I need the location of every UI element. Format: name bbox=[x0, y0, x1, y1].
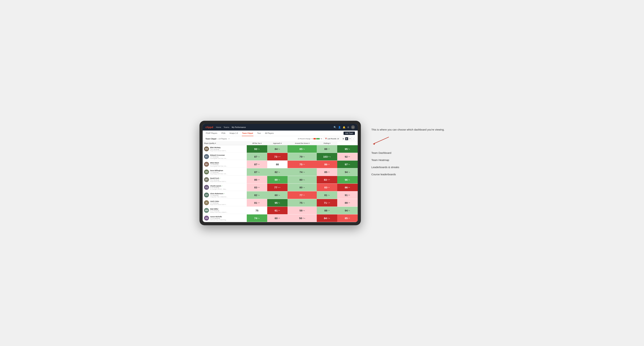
score-value: 71 bbox=[324, 201, 327, 204]
menu-item-team-heatmap[interactable]: Team Heatmap bbox=[371, 156, 444, 164]
score-value: 103 bbox=[323, 155, 328, 158]
tablet-screen: clippd Home Teams My Performance 🔍 👤 🔔 ⚙… bbox=[203, 124, 358, 222]
filter-button[interactable]: ↓ bbox=[352, 137, 355, 140]
col-header-approach[interactable]: Approach ▾ bbox=[267, 142, 288, 145]
grid-view-button[interactable]: ⊞ bbox=[342, 137, 345, 140]
score-value: 85 bbox=[324, 171, 327, 173]
table-row[interactable]: DF David Ford✓ Plus Handicap Royal North… bbox=[203, 176, 358, 184]
score-delta: 3▼ bbox=[303, 164, 305, 165]
annotation-intro: This is where you can choose which dashb… bbox=[371, 128, 444, 132]
sub-nav-all-players[interactable]: All Players bbox=[264, 131, 274, 136]
menu-item-leaderboards[interactable]: Leaderboards & streaks bbox=[371, 164, 444, 171]
sub-nav-team-clippd[interactable]: Team Clippd bbox=[242, 131, 254, 136]
score-cell-inner: 80 1▲ bbox=[288, 184, 317, 191]
player-info: Elliot Ebert 1-5 Handicap Sunningdale Go… bbox=[210, 162, 228, 167]
col-header-putting[interactable]: Putting ▾ bbox=[317, 142, 337, 145]
score-delta: 5▲ bbox=[348, 164, 350, 165]
score-delta: 3▲ bbox=[348, 210, 350, 211]
player-info: Blair McHarg Plus Handicap Royal North D… bbox=[210, 147, 228, 152]
score-cell-inner: 74 1▲ bbox=[288, 168, 317, 176]
player-info: Edward Crossman 1-5 Handicap Sunningdale… bbox=[210, 154, 228, 159]
score-cell-inner: 84 21▲ bbox=[317, 214, 337, 222]
player-avatar: MM bbox=[204, 208, 209, 213]
player-name: Chris Robertson✓ bbox=[210, 192, 228, 194]
score-value: 88 bbox=[324, 148, 327, 151]
table-row[interactable]: DB Dave Billingham 1-5 Handicap Gog Mago… bbox=[203, 168, 358, 176]
avatar[interactable]: U bbox=[351, 125, 355, 129]
bell-icon[interactable]: 🔔 bbox=[343, 126, 346, 129]
score-delta: 3▼ bbox=[348, 156, 350, 158]
table-row[interactable]: MM Matt Miller 6-10 Handicap Woburn Golf… bbox=[203, 207, 358, 214]
score-delta: 3▼ bbox=[258, 202, 260, 204]
col-header-off-the-tee[interactable]: Off the Tee ▾ bbox=[247, 142, 267, 145]
team-count: | 14 Players bbox=[218, 138, 227, 140]
sub-nav-tour[interactable]: Tour bbox=[257, 131, 261, 136]
score-value: 83 bbox=[254, 186, 257, 189]
nav-my-performance[interactable]: My Performance bbox=[232, 126, 246, 129]
score-value: 88 bbox=[324, 209, 327, 212]
score-value: 87 bbox=[254, 171, 257, 173]
score-delta: 4▼ bbox=[348, 217, 350, 219]
calendar-icon: 📅 bbox=[325, 138, 327, 140]
player-handicap: 1-5 Handicap bbox=[210, 164, 228, 165]
score-value: 81 bbox=[254, 201, 257, 204]
score-cell-inner: 85 3▼ bbox=[247, 176, 267, 183]
menu-item-team-dashboard[interactable]: Team Dashboard bbox=[371, 149, 444, 156]
nav-home[interactable]: Home bbox=[216, 126, 221, 129]
search-icon[interactable]: 🔍 bbox=[334, 126, 336, 129]
score-delta: 3▼ bbox=[258, 187, 260, 188]
score-value: 75 bbox=[300, 201, 302, 204]
add-team-button[interactable]: Add Team bbox=[344, 132, 355, 135]
score-cell-inner: 87 4▲ bbox=[247, 168, 267, 176]
score-cell-inner: 75 2▲ bbox=[288, 199, 317, 206]
score-value: 85 bbox=[345, 217, 348, 220]
score-delta: 3▼ bbox=[303, 194, 305, 196]
score-cell-inner: 89 7▲ bbox=[267, 176, 288, 183]
score-value: 75 bbox=[256, 209, 258, 212]
score-delta: 1▲ bbox=[348, 171, 350, 173]
sub-nav-pgat[interactable]: PGAT Players bbox=[206, 131, 218, 136]
col-header-around-green[interactable]: Around the Green ▾ bbox=[288, 142, 317, 145]
score-value: 95 bbox=[345, 148, 348, 151]
score-cell-inner: 85 3▼ bbox=[317, 168, 337, 176]
last-rounds-button[interactable]: 📅 Last Rounds: 20 bbox=[324, 137, 340, 140]
score-cell-inner: 95 9▲ bbox=[337, 145, 358, 153]
score-value: 58 bbox=[299, 217, 302, 220]
table-row[interactable]: EE Elliot Ebert 1-5 Handicap Sunningdale… bbox=[203, 161, 358, 168]
edit-icon[interactable]: ✏ bbox=[228, 138, 230, 140]
menu-item-course-leaderboards[interactable]: Course leaderboards bbox=[371, 171, 444, 178]
tablet-frame: clippd Home Teams My Performance 🔍 👤 🔔 ⚙… bbox=[200, 121, 361, 225]
score-delta: 4▲ bbox=[328, 194, 330, 196]
player-cell: CQ Charlie Quick✓ 6-10 Handicap St. Geor… bbox=[203, 184, 247, 191]
score-cell-inner: 96 3▲ bbox=[337, 176, 358, 183]
table-row[interactable]: EC Edward Crossman 1-5 Handicap Sunningd… bbox=[203, 153, 358, 161]
score-delta: 8▲ bbox=[278, 202, 280, 204]
score-delta: 1▼ bbox=[278, 217, 280, 219]
score-cell-inner: 73 11▼ bbox=[267, 153, 288, 161]
player-avatar: DB bbox=[204, 170, 209, 174]
score-cell-inner: 85 8▲ bbox=[288, 145, 317, 153]
round-change: 20 Round Change -5 +5 bbox=[298, 138, 322, 140]
score-delta: 9▲ bbox=[258, 148, 260, 150]
player-club: Royal North Devon Golf Club, United King… bbox=[210, 204, 228, 205]
score-cell-inner: 97 5▲ bbox=[337, 161, 358, 168]
table-row[interactable]: BM Blair McHarg Plus Handicap Royal Nort… bbox=[203, 145, 358, 153]
sub-nav-pga[interactable]: PGA bbox=[221, 131, 226, 136]
table-row[interactable]: CR Chris Robertson✓ 1-5 Handicap Craigmi… bbox=[203, 191, 358, 199]
list-view-button[interactable]: ≡ bbox=[348, 137, 352, 140]
heatmap-view-button[interactable]: ▦ bbox=[345, 137, 348, 140]
score-delta: 8▼ bbox=[348, 187, 350, 188]
score-delta: 2▼ bbox=[348, 202, 350, 204]
table-row[interactable]: JC Josh Coles 1-5 Handicap Royal North D… bbox=[203, 199, 358, 207]
user-icon[interactable]: 👤 bbox=[338, 126, 341, 129]
sub-nav-hcaps[interactable]: Hcaps 1-5 bbox=[229, 131, 238, 136]
settings-icon[interactable]: ⚙ bbox=[347, 126, 349, 129]
annotation-panel: This is where you can choose which dashb… bbox=[371, 121, 444, 178]
svg-line-0 bbox=[373, 137, 389, 144]
table-row[interactable]: CQ Charlie Quick✓ 6-10 Handicap St. Geor… bbox=[203, 184, 358, 191]
score-delta: 10▲ bbox=[302, 217, 306, 219]
col-header-player[interactable]: Player Quality ▾ bbox=[203, 142, 247, 145]
player-handicap: 6-10 Handicap bbox=[210, 187, 228, 188]
table-row[interactable]: AN Aaron Nicholls 11-15 Handicap Drift G… bbox=[203, 214, 358, 222]
nav-teams[interactable]: Teams bbox=[224, 126, 229, 129]
